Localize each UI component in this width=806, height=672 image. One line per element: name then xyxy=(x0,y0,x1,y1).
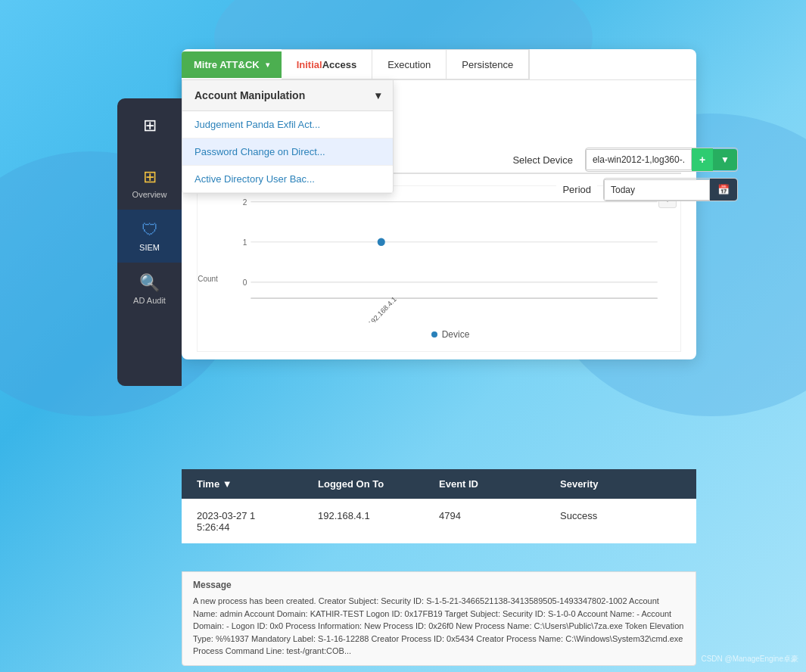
top-nav: Mitre ATT&CK ▾ Initial Access Execution … xyxy=(182,49,696,80)
chart-container: ▾ Count 2 1 0 192.168.4.1 xyxy=(197,185,681,352)
cell-logged-on-to: 192.168.4.1 xyxy=(318,510,439,533)
mitre-button[interactable]: Mitre ATT&CK ▾ xyxy=(182,51,282,78)
period-label: Period xyxy=(556,181,597,198)
dropdown-header: Account Manipulation ▾ xyxy=(182,80,393,111)
period-input-wrap: 📅 xyxy=(603,178,738,201)
sidebar-item-siem[interactable]: 🛡 SIEM xyxy=(117,210,182,263)
device-input[interactable] xyxy=(586,149,692,170)
apps-icon[interactable]: ⊞ xyxy=(137,110,163,142)
period-bar: Period 📅 xyxy=(556,178,738,201)
device-bar: Select Device + ▼ xyxy=(506,148,738,172)
watermark: CSDN @ManageEngine卓豪 xyxy=(701,654,798,664)
dropdown-collapse-icon[interactable]: ▾ xyxy=(375,89,381,101)
overview-label: Overview xyxy=(132,190,167,199)
nav-tabs: Initial Access Execution Persistence xyxy=(282,49,531,79)
legend-label: Device xyxy=(442,329,470,340)
svg-text:0: 0 xyxy=(243,278,247,287)
message-panel: Message A new process has been created. … xyxy=(182,571,696,666)
period-input[interactable] xyxy=(604,179,710,201)
mitre-dropdown-arrow: ▾ xyxy=(266,61,269,69)
time-header-label: Time ▼ xyxy=(197,478,232,490)
tab-persistence-label: Persistence xyxy=(462,59,513,70)
tab-execution-label: Execution xyxy=(387,59,431,70)
sidebar-item-adaudit[interactable]: 🔍 AD Audit xyxy=(117,263,182,316)
dropdown-title: Account Manipulation xyxy=(194,89,305,101)
dropdown-item-1-label: Judgement Panda Exfil Act... xyxy=(194,119,320,130)
mitre-label: Mitre ATT&CK xyxy=(194,59,260,70)
cell-time: 2023-03-27 1 5:26:44 xyxy=(197,510,318,533)
sidebar-item-overview[interactable]: ⊞ Overview xyxy=(117,157,182,210)
adaudit-label: AD Audit xyxy=(133,296,166,305)
svg-text:192.168.4.1: 192.168.4.1 xyxy=(367,295,398,322)
overview-icon: ⊞ xyxy=(143,167,157,187)
table-header-time[interactable]: Time ▼ xyxy=(197,478,318,490)
device-label: Select Device xyxy=(506,151,578,169)
tab-initial-label: Initial xyxy=(297,59,322,70)
data-table: Time ▼ Logged On To Event ID Severity 20… xyxy=(182,469,696,543)
svg-text:1: 1 xyxy=(243,238,247,247)
legend-dot xyxy=(431,331,437,338)
dropdown-item-1[interactable]: Judgement Panda Exfil Act... xyxy=(182,111,393,138)
tab-persistence[interactable]: Persistence xyxy=(447,50,529,79)
table-row[interactable]: 2023-03-27 1 5:26:44 192.168.4.1 4794 Su… xyxy=(182,499,696,543)
device-input-wrap: + ▼ xyxy=(585,148,738,172)
svg-text:2: 2 xyxy=(243,198,247,207)
cell-severity: Success xyxy=(560,510,681,533)
chart-y-label: Count xyxy=(198,275,218,283)
siem-icon: 🛡 xyxy=(142,220,158,240)
message-label: Message xyxy=(193,580,685,590)
table-header-logged: Logged On To xyxy=(318,478,439,490)
tab-execution[interactable]: Execution xyxy=(372,50,447,79)
dropdown-menu: Account Manipulation ▾ Judgement Panda E… xyxy=(182,79,394,194)
table-header-severity: Severity xyxy=(560,478,681,490)
device-add-button[interactable]: + xyxy=(692,148,713,171)
dropdown-item-3[interactable]: Active Directory User Bac... xyxy=(182,166,393,193)
chart-data-point xyxy=(378,238,385,246)
device-filter-button[interactable]: ▼ xyxy=(713,149,737,170)
table-header-row: Time ▼ Logged On To Event ID Severity xyxy=(182,469,696,499)
chart-svg: 2 1 0 192.168.4.1 xyxy=(228,194,673,322)
siem-label: SIEM xyxy=(139,243,160,252)
message-text: A new process has been created. Creator … xyxy=(193,595,685,658)
dropdown-item-3-label: Active Directory User Bac... xyxy=(194,173,315,185)
cell-event-id: 4794 xyxy=(439,510,560,533)
chart-legend: Device xyxy=(228,329,673,340)
main-panel: Mitre ATT&CK ▾ Initial Access Execution … xyxy=(182,49,696,359)
table-header-eventid: Event ID xyxy=(439,478,560,490)
sidebar: ⊞ ⊞ Overview 🛡 SIEM 🔍 AD Audit xyxy=(117,98,182,386)
period-calendar-button[interactable]: 📅 xyxy=(710,179,737,201)
dropdown-item-2-label: Password Change on Direct... xyxy=(194,146,325,157)
adaudit-icon: 🔍 xyxy=(139,273,160,293)
dropdown-item-2[interactable]: Password Change on Direct... xyxy=(182,138,393,166)
tab-initial-access[interactable]: Initial Access xyxy=(282,50,373,79)
